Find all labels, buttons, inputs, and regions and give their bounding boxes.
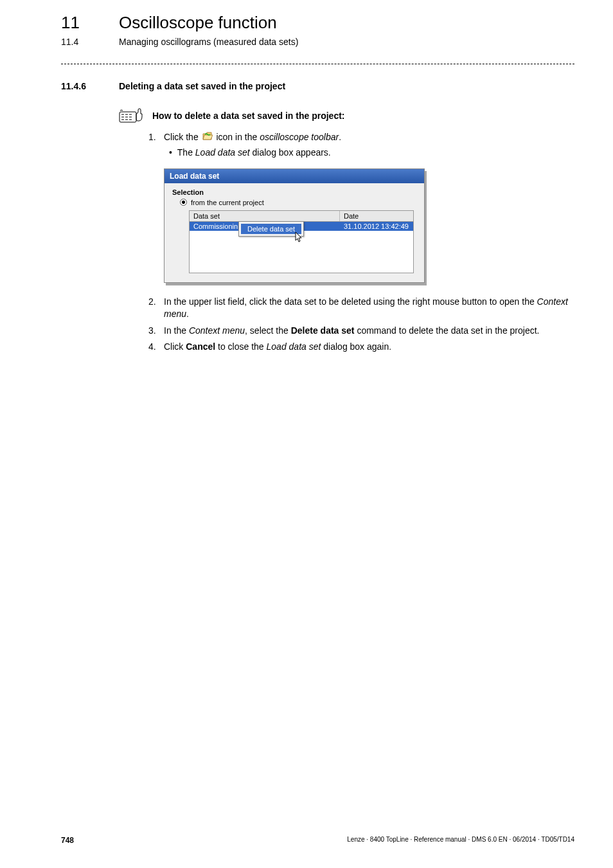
step-2: 2. In the upper list field, click the da… [148,296,574,321]
selection-label: Selection [172,188,416,196]
step-list-cont: 2. In the upper list field, click the da… [148,296,574,354]
step-1-substep: The Load data set dialog box appears. [178,147,574,159]
subsection-title: Deleting a data set saved in the project [119,81,285,91]
cell-dataset-text: Commissionin [193,222,238,230]
section-title: Managing oscillograms (measured data set… [119,37,298,47]
step-1-sub-suffix: dialog box appears. [250,147,331,158]
dialog-titlebar: Load data set [164,169,424,183]
divider [61,64,574,64]
page-number: 748 [61,836,74,845]
step-3-strong: Delete data set [291,325,355,336]
step-1-em: oscilloscope toolbar [260,132,339,142]
step-1-sub-em: Load data set [195,147,250,158]
step-4-mid: to close the [215,341,266,352]
footer-text: Lenze · 8400 TopLine · Reference manual … [347,836,574,845]
step-1-text-prefix: Click the [164,132,201,142]
step-3-mid: , select the [245,325,291,336]
open-folder-icon [202,132,213,145]
step-number: 3. [148,325,164,338]
chapter-title: Oscilloscope function [119,13,277,33]
chapter-number: 11 [61,13,119,33]
radio-icon [180,199,187,206]
column-header-date[interactable]: Date [340,211,413,221]
step-number: 4. [148,341,164,354]
table-row[interactable]: Commissionin Delete data set [190,222,413,231]
load-data-set-dialog: Load data set Selection from the current… [164,168,425,283]
chapter-header: 11 Oscilloscope function [61,13,574,33]
step-2-end: . [186,309,189,319]
dataset-table: Data set Date Commissionin Delete data s… [189,210,414,273]
context-menu-delete[interactable]: Delete data set [241,224,301,234]
step-4-suffix: dialog box again. [321,341,391,352]
step-1-end: . [339,132,341,142]
step-1-text-suffix: icon in the [216,132,260,142]
page-footer: 748 Lenze · 8400 TopLine · Reference man… [61,836,574,845]
section-header: 11.4 Managing oscillograms (measured dat… [61,37,574,47]
step-4-strong: Cancel [186,341,215,352]
step-3-em: Context menu [189,325,245,336]
table-body: Commissionin Delete data set [189,222,414,273]
step-3: 3. In the Context menu, select the Delet… [148,325,574,338]
context-menu[interactable]: Delete data set [238,221,304,237]
step-number: 1. [148,131,164,159]
step-3-prefix: In the [164,325,189,336]
step-list: 1. Click the icon in the oscilloscope to… [148,131,574,159]
dialog-screenshot: Load data set Selection from the current… [164,168,574,283]
oscilloscope-hand-icon [119,108,147,123]
cell-date: 31.10.2012 13:42:49 [340,222,413,231]
cell-dataset: Commissionin Delete data set [190,222,340,231]
howto-text: How to delete a data set saved in the pr… [152,111,345,121]
subsection-number: 11.4.6 [61,81,119,91]
step-4: 4. Click Cancel to close the Load data s… [148,341,574,354]
step-2-prefix: In the upper list field, click the data … [164,296,537,307]
subsection-header: 11.4.6 Deleting a data set saved in the … [61,81,574,91]
step-number: 2. [148,296,164,321]
table-header: Data set Date [189,210,414,222]
section-number: 11.4 [61,37,119,47]
step-4-prefix: Click [164,341,186,352]
radio-label: from the current project [191,199,264,206]
column-header-dataset[interactable]: Data set [190,211,340,221]
step-1-sub-prefix: The [177,147,195,158]
step-4-em: Load data set [267,341,321,352]
cursor-icon [295,231,304,244]
howto-line: How to delete a data set saved in the pr… [119,108,574,123]
radio-from-current-project[interactable]: from the current project [180,199,416,206]
step-3-suffix: command to delete the data set in the pr… [355,325,540,336]
step-1: 1. Click the icon in the oscilloscope to… [148,131,574,159]
